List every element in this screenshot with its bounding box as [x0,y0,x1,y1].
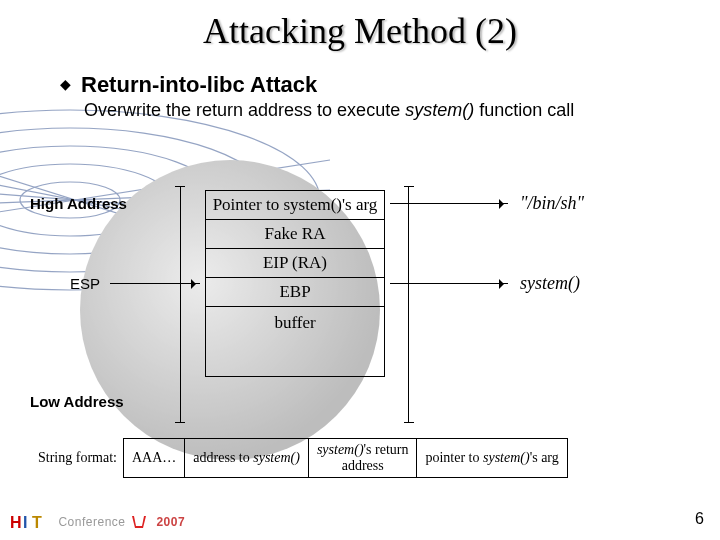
stack-diagram: Pointer to system()'s arg Fake RA EIP (R… [205,190,385,377]
bullet-description: Overwrite the return address to execute … [84,98,700,123]
stack-cell: EBP [205,278,385,307]
arrow-to-system [390,283,508,284]
arrow-to-binsh [390,203,508,204]
year-marker-icon [130,514,148,530]
low-address-label: Low Address [30,393,124,410]
stack-buffer: buffer [205,307,385,377]
svg-text:H: H [10,514,22,531]
bullet-heading: Return-into-libc Attack [81,72,317,98]
svg-text:T: T [32,514,42,531]
hit-logo-icon: H I T [10,512,50,532]
footer-year: 2007 [156,515,185,529]
stack-cell: EIP (RA) [205,249,385,278]
slide-title: Attacking Method (2) [0,0,720,52]
footer-logo: H I T Conference 2007 [10,512,185,532]
stack-cell: Pointer to system()'s arg [205,190,385,220]
sf-cell: AAA… [124,439,185,478]
stack-axis-left [180,186,181,422]
high-address-label: High Address [30,195,127,212]
string-format-table: AAA… address to system() system()'s retu… [123,438,568,478]
svg-text:I: I [23,514,27,531]
string-format-label: String format: [38,450,117,466]
bullet-icon: ◆ [60,72,71,96]
footer-conference: Conference [58,515,125,529]
esp-label: ESP [70,275,100,292]
stack-axis-right [408,186,409,422]
note-binsh: "/bin/sh" [520,193,584,214]
note-system: system() [520,273,580,294]
axis-tick [404,422,414,423]
sf-cell: system()'s returnaddress [308,439,417,478]
esp-arrow [110,283,200,284]
sf-cell: address to system() [185,439,309,478]
axis-tick [404,186,414,187]
axis-tick [175,186,185,187]
page-number: 6 [695,510,704,528]
stack-cell: Fake RA [205,220,385,249]
sf-cell: pointer to system()'s arg [417,439,567,478]
axis-tick [175,422,185,423]
